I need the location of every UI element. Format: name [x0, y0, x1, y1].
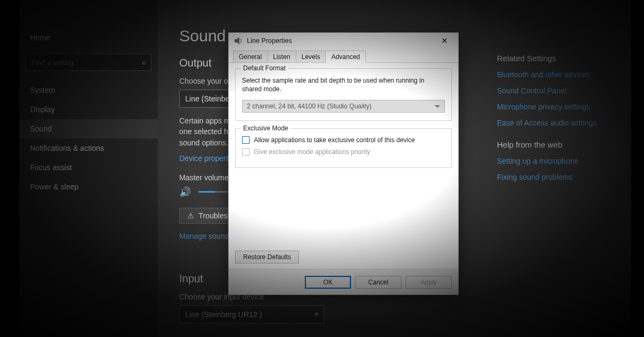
exclusive-mode-group: Exclusive Mode Allow applications to tak…: [235, 128, 452, 168]
chevron-down-icon: ▾: [315, 311, 318, 318]
svg-rect-0: [235, 39, 237, 42]
cancel-button[interactable]: Cancel: [355, 276, 401, 289]
exclusive-control-checkbox-row[interactable]: Allow applications to take exclusive con…: [242, 136, 445, 144]
close-icon[interactable]: ✕: [434, 36, 455, 46]
dialog-footer: OK Cancel Apply: [229, 269, 458, 295]
ok-button[interactable]: OK: [305, 276, 351, 289]
tab-advanced[interactable]: Advanced: [326, 50, 365, 63]
default-format-legend: Default Format: [241, 64, 288, 72]
exclusive-mode-legend: Exclusive Mode: [241, 124, 290, 132]
dialog-title: Line Properties: [247, 37, 434, 45]
format-dropdown[interactable]: 2 channel, 24 bit, 44100 Hz (Studio Qual…: [242, 100, 445, 113]
link-setup-microphone[interactable]: Setting up a microphone: [497, 157, 610, 165]
exclusive-priority-checkbox-row: Give exclusive mode applications priorit…: [242, 148, 445, 156]
sidebar-item-display[interactable]: Display: [19, 100, 158, 119]
line-properties-dialog: Line Properties ✕ General Listen Levels …: [228, 32, 459, 295]
input-device-value: Line (Steinberg UR12 ): [185, 310, 262, 319]
sidebar-home[interactable]: Home: [19, 29, 158, 46]
checkbox-exclusive-control[interactable]: [242, 136, 250, 144]
exclusive-control-label: Allow applications to take exclusive con…: [254, 136, 415, 144]
right-column: Related Settings Bluetooth and other dev…: [497, 54, 610, 189]
apply-button[interactable]: Apply: [406, 276, 452, 289]
default-format-description: Select the sample rate and bit depth to …: [242, 76, 445, 93]
speaker-device-icon: [234, 36, 243, 45]
dialog-tabstrip: General Listen Levels Advanced: [229, 49, 458, 63]
tab-listen[interactable]: Listen: [268, 50, 296, 63]
help-heading: Help from the web: [497, 140, 610, 149]
sidebar-item-focus-assist[interactable]: Focus assist: [19, 158, 158, 177]
warning-icon: ⚠: [187, 211, 194, 220]
restore-defaults-button[interactable]: Restore Defaults: [235, 251, 299, 263]
default-format-group: Default Format Select the sample rate an…: [235, 68, 452, 121]
link-fixing-sound[interactable]: Fixing sound problems: [497, 173, 610, 181]
related-settings-heading: Related Settings: [497, 54, 610, 63]
settings-sidebar: Home ⌕ System Display Sound Notification…: [19, 0, 158, 337]
checkbox-exclusive-priority: [242, 148, 250, 156]
tab-general[interactable]: General: [233, 50, 268, 63]
search-icon: ⌕: [142, 57, 146, 66]
speaker-icon[interactable]: 🔊: [179, 186, 191, 198]
sidebar-item-sound[interactable]: Sound: [19, 119, 158, 138]
link-sound-control-panel[interactable]: Sound Control Panel: [497, 86, 610, 95]
link-bluetooth[interactable]: Bluetooth and other devices: [497, 70, 610, 79]
chevron-down-icon: [435, 105, 440, 108]
svg-marker-1: [237, 37, 239, 45]
sidebar-item-notifications[interactable]: Notifications & actions: [19, 138, 158, 158]
tab-levels[interactable]: Levels: [296, 50, 326, 63]
link-ease-of-access[interactable]: Ease of Access audio settings: [497, 119, 610, 127]
exclusive-priority-label: Give exclusive mode applications priorit…: [254, 148, 370, 156]
sidebar-item-power-sleep[interactable]: Power & sleep: [19, 177, 158, 196]
dialog-titlebar[interactable]: Line Properties ✕: [229, 33, 458, 49]
input-device-dropdown[interactable]: Line (Steinberg UR12 ) ▾: [179, 305, 324, 324]
sidebar-item-system[interactable]: System: [19, 80, 158, 100]
search-input[interactable]: [26, 54, 151, 71]
link-microphone-privacy[interactable]: Microphone privacy settings: [497, 102, 610, 111]
dialog-body: Default Format Select the sample rate an…: [229, 63, 458, 269]
format-value: 2 channel, 24 bit, 44100 Hz (Studio Qual…: [247, 102, 371, 110]
